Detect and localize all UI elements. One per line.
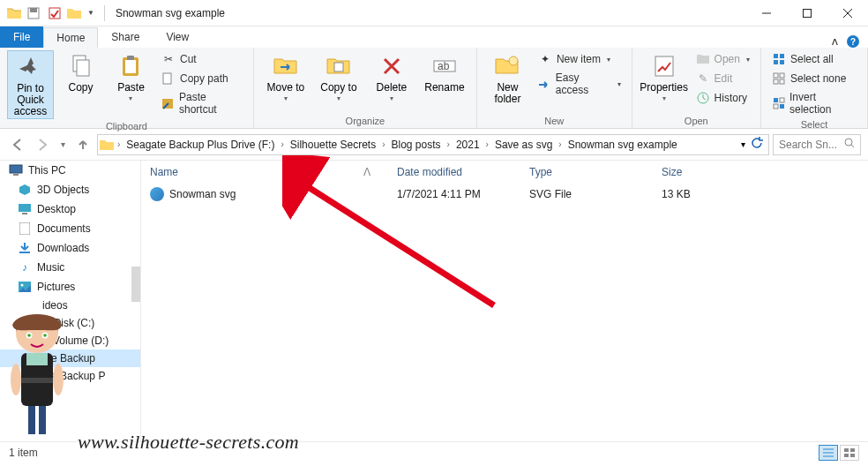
back-button[interactable]: [7, 134, 28, 155]
titlebar: ▼ Snowman svg example: [0, 0, 868, 26]
tab-file[interactable]: File: [0, 26, 43, 48]
pasteshortcut-button[interactable]: Paste shortcut: [158, 89, 246, 117]
refresh-icon[interactable]: [751, 137, 763, 152]
copypath-button[interactable]: Copy path: [158, 70, 246, 87]
crumb-4[interactable]: Save as svg: [492, 139, 555, 151]
file-size: 13 KB: [662, 187, 732, 201]
qat-newfolder-icon[interactable]: [67, 7, 81, 19]
moveto-button[interactable]: Move to▾: [261, 50, 311, 103]
tab-view[interactable]: View: [153, 26, 202, 48]
pasteshortcut-icon: [161, 96, 175, 110]
col-size[interactable]: Size: [662, 166, 732, 178]
address-folder-icon: [100, 139, 114, 151]
sidebar-music[interactable]: ♪Music: [0, 258, 140, 277]
svg-rect-31: [13, 174, 19, 176]
crumb-2[interactable]: Blog posts: [389, 139, 444, 151]
svg-rect-38: [844, 448, 849, 452]
copy-button[interactable]: Copy: [57, 50, 104, 94]
forward-button[interactable]: [32, 134, 53, 155]
sidebar-downloads[interactable]: Downloads: [0, 238, 140, 258]
group-clipboard-label: Clipboard: [7, 119, 246, 132]
selectall-icon: [772, 52, 786, 66]
sidebar-3dobjects[interactable]: 3D Objects: [0, 180, 140, 199]
col-name: Nameᐱ: [150, 166, 397, 178]
col-date[interactable]: Date modified: [397, 166, 529, 178]
easyaccess-button[interactable]: Easy access▾: [535, 70, 625, 98]
svg-rect-41: [850, 454, 855, 457]
group-open-label: Open: [640, 114, 753, 126]
selectall-button[interactable]: Select all: [768, 50, 860, 68]
pin-quickaccess-button[interactable]: Pin to Quick access: [7, 50, 54, 119]
invertselection-button[interactable]: Invert selection: [768, 89, 860, 117]
crumb-5[interactable]: Snowman svg example: [565, 139, 680, 151]
svg-rect-40: [844, 454, 849, 457]
sidebar-seagatebackup2[interactable]: ate Backup P: [0, 367, 140, 385]
minimize-button[interactable]: [746, 0, 787, 26]
address-dropdown-icon[interactable]: ▾: [741, 139, 745, 149]
svg-rect-27: [774, 104, 778, 109]
sidebar-documents[interactable]: Documents: [0, 219, 140, 238]
svg-rect-21: [774, 73, 778, 78]
copy-label: Copy: [69, 82, 94, 94]
tab-share[interactable]: Share: [98, 26, 153, 48]
crumb-1[interactable]: Silhouette Secrets: [288, 139, 378, 151]
sidebar-newvolume[interactable]: w Volume (D:): [0, 332, 140, 350]
svg-point-29: [845, 139, 852, 146]
svg-rect-5: [77, 60, 89, 76]
file-list: Nameᐱ Date modified Type Size Snowman sv…: [141, 161, 868, 441]
file-name: Snowman svg: [169, 188, 236, 200]
crumb-0[interactable]: Seagate Backup Plus Drive (F:): [123, 139, 277, 151]
svg-text:ab: ab: [438, 60, 450, 72]
edit-button[interactable]: ✎Edit: [692, 70, 753, 87]
svg-file-icon: [150, 187, 164, 201]
history-icon: [696, 91, 710, 105]
view-large-button[interactable]: [840, 445, 859, 461]
delete-button[interactable]: Delete▾: [367, 50, 416, 103]
column-headers[interactable]: Nameᐱ Date modified Type Size: [141, 161, 868, 184]
recent-dropdown[interactable]: ▾: [56, 134, 69, 155]
svg-rect-26: [780, 98, 784, 102]
search-input[interactable]: Search Sn...: [773, 134, 861, 155]
rename-button[interactable]: abRename: [420, 50, 469, 94]
newfolder-button[interactable]: New folder: [484, 50, 531, 105]
sidebar-thispc[interactable]: This PC: [0, 161, 140, 180]
svg-rect-9: [163, 73, 171, 84]
help-icon[interactable]: ?: [847, 35, 859, 48]
cut-button[interactable]: ✂Cut: [158, 50, 246, 68]
history-button[interactable]: History: [692, 89, 753, 107]
close-button[interactable]: [827, 0, 868, 26]
sidebar-seagatebackup[interactable]: ate Backup: [0, 350, 140, 367]
open-button[interactable]: Open▾: [692, 50, 753, 68]
status-bar: 1 item: [0, 441, 868, 462]
ribbon-tabs: File Home Share View ᐱ ?: [0, 26, 868, 48]
file-row[interactable]: Snowman svg 1/7/2021 4:11 PM SVG File 13…: [141, 184, 868, 205]
view-details-button[interactable]: [819, 445, 838, 461]
qat-properties-icon[interactable]: [46, 4, 64, 23]
paste-button[interactable]: Paste▾: [108, 50, 154, 103]
copyto-button[interactable]: Copy to▾: [314, 50, 363, 103]
up-button[interactable]: [72, 134, 94, 155]
collapse-ribbon-icon[interactable]: ᐱ: [832, 37, 838, 47]
sidebar-localdisk[interactable]: al Disk (C:): [0, 314, 140, 332]
maximize-button[interactable]: [787, 0, 827, 26]
folder-icon: [7, 7, 21, 19]
sidebar: This PC 3D Objects Desktop Documents Dow…: [0, 161, 141, 441]
newitem-button[interactable]: ✦New item▾: [535, 50, 625, 68]
group-organize-label: Organize: [261, 114, 469, 126]
tab-home[interactable]: Home: [43, 27, 98, 48]
sidebar-videos[interactable]: ideos: [0, 297, 140, 314]
status-count: 1 item: [9, 447, 38, 459]
svg-rect-11: [334, 63, 343, 71]
qat-save-icon[interactable]: [25, 4, 42, 23]
crumb-3[interactable]: 2021: [453, 139, 483, 151]
address-bar[interactable]: › Seagate Backup Plus Drive (F:)› Silhou…: [97, 134, 769, 155]
sidebar-desktop[interactable]: Desktop: [0, 199, 140, 219]
sidebar-scrollbar[interactable]: [131, 267, 140, 302]
selectnone-button[interactable]: Select none: [768, 70, 860, 87]
qat-dropdown-icon[interactable]: ▼: [85, 9, 97, 17]
col-type[interactable]: Type: [529, 166, 662, 178]
sidebar-pictures[interactable]: Pictures: [0, 277, 140, 297]
properties-button[interactable]: Properties▾: [640, 50, 689, 103]
svg-rect-30: [10, 165, 22, 173]
svg-rect-23: [774, 79, 778, 84]
